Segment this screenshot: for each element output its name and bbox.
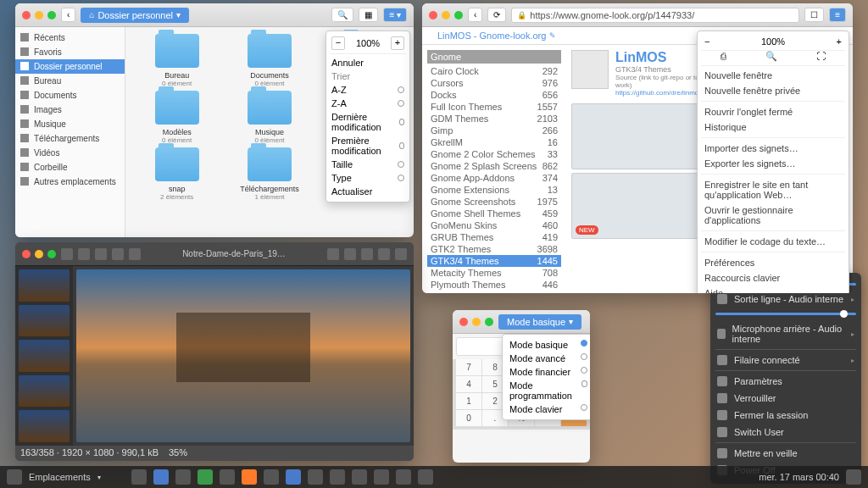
close-icon[interactable]: [22, 250, 31, 258]
tray-item[interactable]: Verrouiller: [715, 390, 856, 407]
calc-key[interactable]: 4: [456, 376, 481, 392]
app-icon[interactable]: [286, 469, 301, 485]
close-icon[interactable]: [429, 11, 437, 19]
output-device[interactable]: Sortie ligne - Audio interne▸: [715, 291, 856, 308]
app-icon[interactable]: [396, 469, 411, 485]
mode-option[interactable]: Mode avancé: [506, 352, 590, 365]
sidebar-item[interactable]: Récents: [15, 30, 125, 45]
screenshot-thumb[interactable]: NEW: [571, 173, 708, 239]
tool-icon[interactable]: [378, 248, 390, 260]
category-item[interactable]: GRUB Themes419: [427, 231, 561, 243]
menu-item[interactable]: Rouvrir l'onglet fermé: [701, 104, 845, 119]
mode-dropdown[interactable]: Mode basique ▾: [498, 314, 581, 330]
tray-icon[interactable]: [846, 469, 861, 485]
sort-option[interactable]: Taille: [330, 158, 406, 171]
network-item[interactable]: Filaire connecté▸: [715, 352, 856, 369]
print-icon[interactable]: ⎙: [721, 51, 726, 62]
category-item[interactable]: Metacity Themes708: [427, 267, 561, 279]
sort-option[interactable]: Première modification: [330, 134, 406, 158]
mode-option[interactable]: Mode financier: [506, 365, 590, 379]
folder-item[interactable]: Téléchargements1 élément: [225, 147, 314, 201]
reload-button[interactable]: ⟳: [487, 8, 506, 22]
zoom-out-button[interactable]: −: [704, 36, 709, 47]
refresh-item[interactable]: Actualiser: [330, 185, 406, 198]
tray-item[interactable]: Fermer la session: [715, 407, 856, 424]
tool-icon[interactable]: [95, 248, 107, 260]
category-item[interactable]: GTK2 Themes3698: [427, 243, 561, 255]
category-item[interactable]: GTK3/4 Themes1445: [427, 255, 561, 267]
calc-key[interactable]: 1: [456, 393, 481, 409]
sidebar-item[interactable]: Autres emplacements: [15, 175, 125, 189]
find-icon[interactable]: 🔍: [765, 51, 777, 62]
menu-item[interactable]: Importer des signets…: [701, 141, 845, 156]
min-icon[interactable]: [35, 250, 43, 258]
menu-button[interactable]: ≡ ▾: [383, 8, 407, 22]
back-button[interactable]: ‹: [61, 8, 75, 22]
max-icon[interactable]: [454, 11, 463, 19]
app-icon[interactable]: [374, 469, 389, 485]
hamburger-button[interactable]: ≡: [829, 8, 846, 22]
activities-icon[interactable]: [7, 469, 22, 485]
sort-option[interactable]: Type: [330, 171, 406, 185]
zoom-out-button[interactable]: −: [331, 36, 345, 50]
close-icon[interactable]: [22, 11, 31, 19]
category-item[interactable]: GDM Themes2103: [427, 113, 561, 125]
mic-slider[interactable]: [715, 313, 856, 315]
app-icon[interactable]: [131, 469, 147, 485]
folder-item[interactable]: Bureau0 élément: [132, 34, 221, 87]
calc-key[interactable]: 7: [456, 359, 481, 375]
fullscreen-icon[interactable]: ⛶: [816, 51, 826, 62]
tray-item[interactable]: Switch User: [715, 424, 856, 441]
zoom-in-button[interactable]: +: [837, 36, 842, 47]
back-button[interactable]: ‹: [468, 8, 482, 22]
tool-icon[interactable]: [129, 248, 141, 260]
sidebar-item[interactable]: Favoris: [15, 45, 125, 59]
tool-icon[interactable]: [361, 248, 373, 260]
sidebar-item[interactable]: Téléchargements: [15, 131, 125, 146]
folder-item[interactable]: snap2 éléments: [132, 147, 221, 201]
input-device[interactable]: Microphone arrière - Audio interne▸: [715, 320, 856, 347]
bookmark-button[interactable]: ☐: [804, 8, 824, 22]
category-item[interactable]: Gnome 2 Splash Screens862: [427, 160, 561, 172]
sort-option[interactable]: Z-A: [330, 97, 406, 110]
tool-icon[interactable]: [112, 248, 124, 260]
app-icon[interactable]: [308, 469, 323, 485]
menu-item[interactable]: Raccourcis clavier: [701, 270, 845, 286]
app-icon[interactable]: [175, 469, 191, 485]
search-icon[interactable]: 🔍: [331, 8, 353, 22]
category-item[interactable]: Plymouth Themes446: [427, 279, 561, 291]
menu-item[interactable]: Nouvelle fenêtre: [701, 68, 845, 83]
sidebar-item[interactable]: Dossier personnel: [15, 59, 125, 74]
category-item[interactable]: Gnome 2 Color Schemes33: [427, 148, 561, 160]
sidebar-item[interactable]: Images: [15, 103, 125, 117]
min-icon[interactable]: [442, 11, 450, 19]
category-item[interactable]: Cairo Clock292: [427, 65, 561, 77]
app-icon[interactable]: [418, 469, 433, 485]
thumbnail[interactable]: [19, 375, 70, 408]
screenshot-thumb[interactable]: [571, 103, 708, 169]
mode-option[interactable]: Mode clavier: [506, 402, 590, 416]
app-icon[interactable]: [153, 469, 169, 485]
category-item[interactable]: Gnome Screenshots1975: [427, 196, 561, 208]
menu-item[interactable]: Préférences: [701, 255, 845, 270]
category-item[interactable]: GnoMenu Skins460: [427, 219, 561, 231]
tool-icon[interactable]: [61, 248, 73, 260]
category-item[interactable]: Gnome Shell Themes459: [427, 208, 561, 219]
menu-item[interactable]: Aide: [701, 286, 845, 293]
category-item[interactable]: Docks656: [427, 89, 561, 101]
mode-option[interactable]: Mode programmation: [506, 379, 590, 402]
menu-item[interactable]: Nouvelle fenêtre privée: [701, 83, 845, 98]
menu-item[interactable]: Enregistrer le site en tant qu'applicati…: [701, 177, 845, 202]
folder-item[interactable]: Musique0 élément: [225, 91, 314, 144]
app-icon[interactable]: [330, 469, 345, 485]
menu-item[interactable]: Ouvrir le gestionnaire d'applications: [701, 202, 845, 228]
category-item[interactable]: Gimp266: [427, 125, 561, 136]
breadcrumb[interactable]: ⌂ Dossier personnel ▾: [81, 8, 189, 23]
zoom-in-button[interactable]: +: [391, 36, 404, 50]
sidebar-item[interactable]: Bureau: [15, 74, 125, 88]
category-item[interactable]: Gnome Extensions13: [427, 184, 561, 196]
menu-item[interactable]: Exporter les signets…: [701, 156, 845, 171]
tray-item[interactable]: Paramètres: [715, 373, 856, 390]
category-item[interactable]: Full Icon Themes1557: [427, 101, 561, 113]
max-icon[interactable]: [47, 250, 56, 258]
